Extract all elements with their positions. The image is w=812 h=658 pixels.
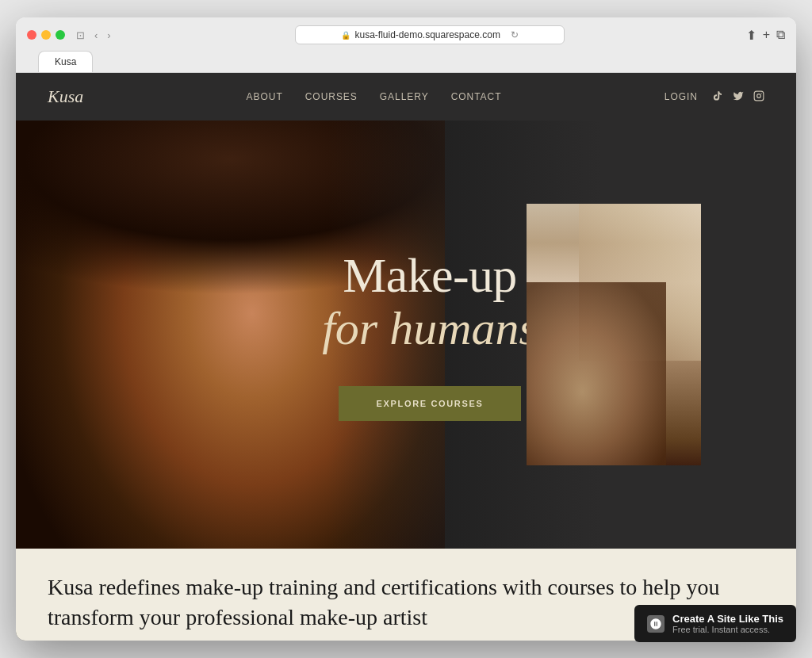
tab-label: Kusa [55,56,76,67]
svg-point-2 [761,93,762,94]
hero-side-photo-image [527,204,701,465]
browser-controls: ⊡ ‹ › [73,28,114,43]
browser-actions: ⬆ + ⧉ [746,28,785,43]
address-bar[interactable]: 🔒 kusa-fluid-demo.squarespace.com ↻ [295,25,565,44]
maximize-button[interactable] [56,30,65,40]
svg-point-1 [757,94,761,98]
twitter-icon[interactable] [733,90,744,104]
login-link[interactable]: LOGIN [665,91,698,102]
social-icons [712,90,764,104]
hero-side-image [527,204,701,465]
site-content: Kusa ABOUT COURSES GALLERY CONTACT LOGIN [16,73,796,641]
tiktok-icon[interactable] [712,90,723,104]
minimize-button[interactable] [41,30,51,40]
windows-icon[interactable]: ⧉ [776,28,785,42]
address-bar-container: 🔒 kusa-fluid-demo.squarespace.com ↻ [122,25,738,44]
forward-button[interactable]: › [104,28,113,43]
tab-bar: Kusa [27,51,785,72]
svg-rect-0 [754,91,764,101]
instagram-icon[interactable] [753,90,764,104]
hero-title-line1: Make-up [322,248,538,302]
hero-title-line2: for humans [322,302,538,354]
badge-title: Create A Site Like This [672,613,783,625]
squarespace-badge[interactable]: Create A Site Like This Free trial. Inst… [634,605,796,642]
nav-courses[interactable]: COURSES [305,91,358,102]
browser-window: ⊡ ‹ › 🔒 kusa-fluid-demo.squarespace.com … [16,17,796,641]
badge-subtitle: Free trial. Instant access. [672,625,783,634]
squarespace-badge-text: Create A Site Like This Free trial. Inst… [672,613,783,634]
view-toggle-icon[interactable]: ⊡ [73,28,88,43]
explore-courses-button[interactable]: EXPLORE COURSES [339,386,522,421]
nav-gallery[interactable]: GALLERY [380,91,429,102]
lock-icon: 🔒 [341,31,350,40]
url-text: kusa-fluid-demo.squarespace.com [354,29,500,40]
browser-chrome: ⊡ ‹ › 🔒 kusa-fluid-demo.squarespace.com … [16,17,796,73]
nav-links: ABOUT COURSES GALLERY CONTACT [247,91,502,102]
reload-icon[interactable]: ↻ [511,29,519,40]
active-tab[interactable]: Kusa [38,51,93,72]
hero-section: Make-up for humans EXPLORE COURSES [16,121,796,549]
squarespace-logo [647,615,665,633]
traffic-lights [27,30,65,40]
site-nav: Kusa ABOUT COURSES GALLERY CONTACT LOGIN [16,73,796,121]
site-logo[interactable]: Kusa [48,86,83,107]
nav-contact[interactable]: CONTACT [451,91,502,102]
new-tab-icon[interactable]: + [763,28,770,42]
nav-about[interactable]: ABOUT [247,91,283,102]
share-icon[interactable]: ⬆ [746,28,756,43]
back-button[interactable]: ‹ [91,28,101,43]
nav-right: LOGIN [665,90,764,104]
hero-title: Make-up for humans [322,248,538,354]
close-button[interactable] [27,30,36,40]
